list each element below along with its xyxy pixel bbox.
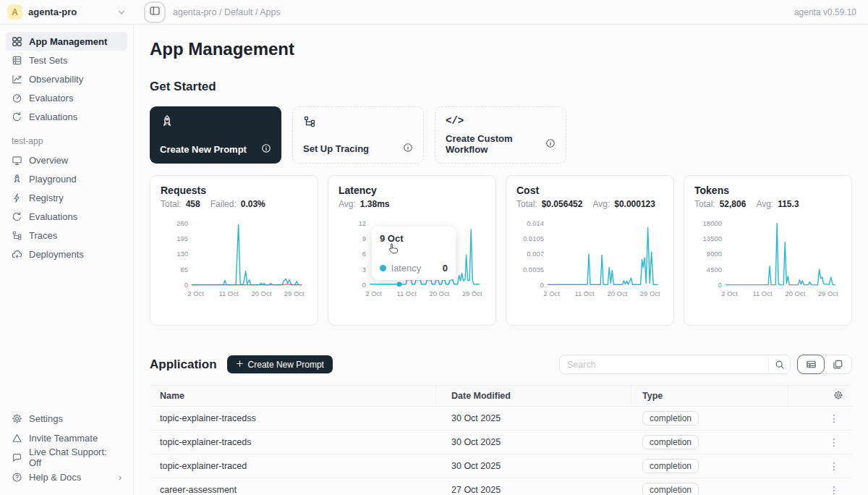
- rocket-icon: [12, 174, 22, 185]
- app-name: topic-explainer-tracedss: [150, 413, 436, 423]
- sidebar-item-evaluations[interactable]: Evaluations: [6, 107, 127, 126]
- sidebar-item-label: Traces: [29, 230, 57, 241]
- set-up-tracing-card[interactable]: Set Up Tracing: [292, 106, 424, 164]
- sidebar-item-app-management[interactable]: App Management: [6, 32, 127, 51]
- table-row[interactable]: topic-explainer-traceds 30 Oct 2025 comp…: [150, 431, 852, 454]
- row-actions-menu[interactable]: ⋮: [826, 436, 842, 448]
- get-started-cards: Create New Prompt Set Up Tracing </> Cre…: [150, 106, 852, 164]
- column-header-type[interactable]: Type: [631, 386, 788, 406]
- column-settings-gear[interactable]: [788, 386, 852, 406]
- svg-text:0: 0: [184, 281, 188, 289]
- sidebar-item-evaluators[interactable]: Evaluators: [6, 88, 127, 107]
- metric-stats: Total:52,806 Avg:115.3: [694, 199, 841, 209]
- svg-text:9: 9: [362, 234, 366, 242]
- app-type: completion: [631, 459, 788, 473]
- top-bar: A agenta-pro agenta-pro / Default / Apps…: [0, 0, 868, 25]
- svg-text:13500: 13500: [703, 234, 722, 242]
- card-label: Create Custom Workflow: [446, 133, 545, 155]
- gear-icon: [12, 413, 22, 424]
- gear-icon: [833, 390, 843, 402]
- series-dot-icon: [380, 265, 386, 271]
- sidebar-item-settings[interactable]: Settings: [6, 409, 127, 428]
- svg-text:9000: 9000: [707, 250, 722, 258]
- sidebar-item-test-sets[interactable]: Test Sets: [6, 51, 127, 69]
- sidebar-item-label: Settings: [29, 413, 63, 424]
- svg-text:0: 0: [362, 281, 366, 289]
- sidebar-item-label: Help & Docs: [29, 472, 81, 483]
- type-badge: completion: [642, 435, 699, 449]
- applications-table: Name Date Modified Type topic-explainer-…: [150, 385, 852, 495]
- sidebar-item-deployments[interactable]: Deployments: [6, 245, 127, 263]
- svg-text:0.0035: 0.0035: [523, 266, 544, 274]
- info-icon[interactable]: [261, 143, 271, 156]
- info-icon[interactable]: [545, 138, 556, 151]
- chevron-right-icon: ›: [119, 472, 122, 483]
- sidebar-item-overview[interactable]: Overview: [6, 151, 127, 169]
- create-new-prompt-card[interactable]: Create New Prompt: [150, 106, 281, 164]
- svg-text:18000: 18000: [703, 219, 722, 227]
- lightning-icon: [12, 192, 22, 203]
- sidebar-item-traces[interactable]: Traces: [6, 226, 127, 245]
- sidebar-toggle-button[interactable]: [144, 1, 166, 23]
- table-row[interactable]: career-assessment 27 Oct 2025 completion…: [150, 478, 852, 495]
- breadcrumb[interactable]: agenta-pro / Default / Apps: [173, 7, 281, 17]
- svg-text:6: 6: [362, 250, 366, 258]
- invite-icon: [12, 433, 22, 444]
- column-header-name[interactable]: Name: [150, 386, 436, 406]
- application-header: Application Create New Prompt: [150, 355, 852, 374]
- sidebar-item-app-evaluations[interactable]: Evaluations: [6, 207, 127, 226]
- sidebar-item-playground[interactable]: Playground: [6, 169, 127, 188]
- svg-text:3: 3: [362, 266, 366, 274]
- create-new-prompt-button[interactable]: Create New Prompt: [227, 355, 333, 373]
- svg-text:20 Oct: 20 Oct: [429, 289, 449, 297]
- info-icon[interactable]: [403, 143, 413, 155]
- requests-chart: 2601951306502 Oct11 Oct20 Oct29 Oct: [161, 216, 307, 300]
- row-actions-menu[interactable]: ⋮: [826, 412, 842, 424]
- svg-text:195: 195: [176, 234, 188, 242]
- chat-icon: [12, 452, 22, 463]
- app-date: 30 Oct 2025: [436, 413, 631, 423]
- sidebar-item-label: Evaluations: [29, 111, 77, 122]
- table-row[interactable]: topic-explainer-traced 30 Oct 2025 compl…: [150, 454, 852, 478]
- search-icon[interactable]: [768, 355, 790, 373]
- row-actions-menu[interactable]: ⋮: [826, 484, 842, 495]
- sidebar-item-live-chat[interactable]: Live Chat Support: Off: [6, 448, 127, 467]
- metric-stats: Total:458 Failed:0.03%: [161, 199, 307, 209]
- main-content: App Management Get Started Create New Pr…: [134, 25, 868, 495]
- column-header-date-modified[interactable]: Date Modified: [436, 386, 631, 406]
- svg-text:2 Oct: 2 Oct: [365, 289, 382, 297]
- sidebar-item-label: Observability: [29, 74, 83, 85]
- svg-text:4500: 4500: [707, 266, 722, 274]
- traces-icon: [303, 115, 413, 128]
- sidebar-item-help-docs[interactable]: Help & Docs ›: [6, 468, 127, 486]
- create-custom-workflow-card[interactable]: </> Create Custom Workflow: [435, 106, 566, 164]
- metric-stats: Total:$0.056452 Avg:$0.000123: [516, 199, 663, 209]
- svg-text:0.007: 0.007: [527, 250, 544, 258]
- sidebar-item-registry[interactable]: Registry: [6, 188, 127, 207]
- search-input[interactable]: [560, 360, 768, 370]
- workspace-selector[interactable]: A agenta-pro: [0, 4, 134, 20]
- sidebar-item-label: Playground: [29, 174, 77, 185]
- svg-text:12: 12: [358, 219, 366, 227]
- app-type: completion: [631, 483, 788, 495]
- table-view-button[interactable]: [797, 355, 825, 374]
- sidebar-item-invite-teammate[interactable]: Invite Teammate: [6, 428, 127, 447]
- svg-text:20 Oct: 20 Oct: [785, 289, 805, 297]
- table-row[interactable]: topic-explainer-tracedss 30 Oct 2025 com…: [150, 407, 852, 431]
- search-box: [559, 355, 791, 374]
- page-title: App Management: [150, 39, 852, 59]
- svg-text:29 Oct: 29 Oct: [462, 289, 482, 297]
- metric-stats: Avg:1.38ms: [339, 199, 485, 209]
- help-icon: [12, 472, 22, 483]
- svg-text:130: 130: [176, 250, 188, 258]
- card-view-button[interactable]: [824, 355, 851, 373]
- workspace-name: agenta-pro: [28, 7, 77, 17]
- sidebar-item-observability[interactable]: Observability: [6, 69, 127, 88]
- evaluators-icon: [12, 93, 22, 103]
- row-actions-menu[interactable]: ⋮: [826, 460, 842, 472]
- app-date: 30 Oct 2025: [436, 437, 631, 447]
- card-label: Create New Prompt: [160, 144, 247, 155]
- cost-chart: 0.0140.01050.0070.003502 Oct11 Oct20 Oct…: [516, 216, 663, 300]
- latency-card: Latency Avg:1.38ms 1296302 Oct11 Oct20 O…: [328, 175, 496, 326]
- panel-toggle-icon: [149, 5, 161, 20]
